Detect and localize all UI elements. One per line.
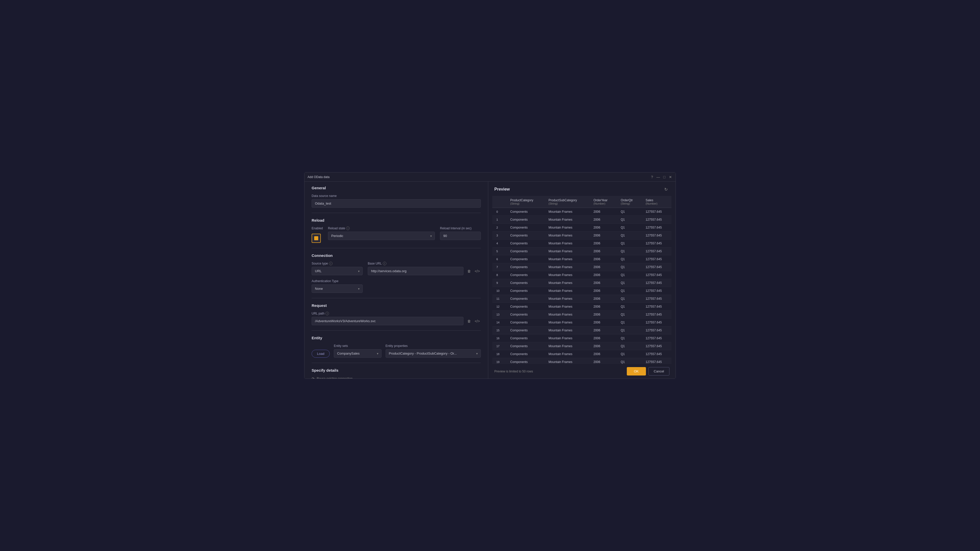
entity-section-title: Entity: [312, 336, 481, 340]
cell-product-category: Components: [506, 342, 544, 350]
cancel-button[interactable]: Cancel: [649, 367, 670, 375]
ok-button[interactable]: OK: [627, 367, 646, 375]
cell-product-sub-category: Mountain Frames: [544, 256, 589, 263]
cell-order-qtr: Q1: [617, 256, 641, 263]
row-index: 17: [492, 342, 506, 350]
table-row: 16 Components Mountain Frames 2006 Q1 12…: [492, 334, 671, 342]
restore-button[interactable]: □: [662, 175, 667, 179]
divider-2: [312, 248, 481, 248]
col-name-order-qtr: OrderQtr: [620, 198, 637, 202]
url-path-code-icon[interactable]: </>: [474, 318, 481, 325]
cell-order-year: 2006: [589, 232, 617, 240]
cell-order-year: 2006: [589, 342, 617, 350]
close-button[interactable]: ✕: [668, 175, 673, 179]
cell-product-category: Components: [506, 295, 544, 303]
url-path-input-wrapper: 🗑 </>: [312, 317, 481, 325]
entity-sets-select[interactable]: CompanySales: [334, 349, 382, 358]
cell-order-qtr: Q1: [617, 342, 641, 350]
cell-sales: 127557.645: [641, 287, 671, 295]
request-section-title: Request: [312, 303, 481, 308]
cell-sales: 127557.645: [641, 303, 671, 311]
base-url-input[interactable]: [368, 267, 463, 275]
cell-order-qtr: Q1: [617, 334, 641, 342]
row-index: 19: [492, 358, 506, 364]
cell-sales: 127557.645: [641, 248, 671, 256]
row-index: 0: [492, 208, 506, 216]
row-index: 3: [492, 232, 506, 240]
entity-section: Entity Load Entity sets CompanySales ▼ E…: [312, 336, 481, 358]
base-url-code-icon[interactable]: </>: [474, 268, 481, 275]
preview-refresh-icon[interactable]: ↻: [662, 186, 670, 193]
cell-order-year: 2006: [589, 327, 617, 334]
cell-order-year: 2006: [589, 311, 617, 319]
cell-order-qtr: Q1: [617, 208, 641, 216]
source-type-info-icon[interactable]: i: [329, 262, 332, 265]
col-type-sales: (Number): [646, 202, 667, 205]
cell-sales: 127557.645: [641, 342, 671, 350]
cell-product-sub-category: Mountain Frames: [544, 208, 589, 216]
table-row: 3 Components Mountain Frames 2006 Q1 127…: [492, 232, 671, 240]
reload-interval-input[interactable]: [440, 232, 481, 240]
toggle-inner: [314, 236, 318, 240]
cell-order-qtr: Q1: [617, 240, 641, 248]
cell-product-sub-category: Mountain Frames: [544, 248, 589, 256]
cell-product-category: Components: [506, 216, 544, 224]
right-panel: Preview ↻ ProductCategory (String) Produ…: [488, 172, 676, 379]
cell-product-category: Components: [506, 334, 544, 342]
preview-table: ProductCategory (String) ProductSubCateg…: [492, 196, 671, 364]
cell-sales: 127557.645: [641, 327, 671, 334]
reload-state-select[interactable]: Periodic: [328, 232, 435, 240]
help-button[interactable]: ?: [650, 175, 654, 179]
col-type-order-qtr: (String): [620, 202, 637, 205]
cell-order-year: 2006: [589, 303, 617, 311]
dialog-title: Add OData data: [307, 175, 329, 179]
cell-order-qtr: Q1: [617, 224, 641, 232]
row-index: 2: [492, 224, 506, 232]
cell-product-category: Components: [506, 271, 544, 279]
reload-state-info-icon[interactable]: i: [346, 227, 350, 230]
cell-product-sub-category: Mountain Frames: [544, 303, 589, 311]
data-source-name-input[interactable]: [312, 199, 481, 208]
cell-product-sub-category: Mountain Frames: [544, 342, 589, 350]
base-url-delete-icon[interactable]: 🗑: [466, 268, 473, 275]
reuse-connection-icon: ⟳: [312, 376, 315, 379]
url-path-actions: 🗑 </>: [466, 318, 481, 325]
row-index: 14: [492, 319, 506, 327]
enabled-toggle[interactable]: [312, 233, 321, 243]
col-type-product-sub-category: (String): [549, 202, 585, 205]
source-type-select[interactable]: URL: [312, 267, 363, 275]
preview-limit-text: Preview is limited to 50 rows: [494, 370, 533, 373]
reload-enabled-col: Enabled: [312, 227, 323, 243]
table-row: 7 Components Mountain Frames 2006 Q1 127…: [492, 263, 671, 271]
url-path-input[interactable]: [312, 317, 463, 325]
preview-table-header-row: ProductCategory (String) ProductSubCateg…: [492, 196, 671, 208]
reuse-connection-row[interactable]: ⟳ Reuse existing connection: [312, 376, 481, 379]
cell-sales: 127557.645: [641, 334, 671, 342]
table-row: 9 Components Mountain Frames 2006 Q1 127…: [492, 279, 671, 287]
reuse-connection-label: Reuse existing connection: [317, 377, 352, 379]
specify-details-title: Specify details: [312, 368, 481, 372]
cell-product-category: Components: [506, 350, 544, 358]
entity-sets-col: Entity sets CompanySales ▼: [334, 344, 382, 358]
row-index: 15: [492, 327, 506, 334]
cell-product-sub-category: Mountain Frames: [544, 358, 589, 364]
url-path-delete-icon[interactable]: 🗑: [466, 318, 473, 325]
cell-product-category: Components: [506, 319, 544, 327]
entity-props-select[interactable]: ProductCategory - ProductSubCategory - O…: [386, 349, 481, 358]
cell-product-category: Components: [506, 232, 544, 240]
auth-type-select[interactable]: None: [312, 284, 363, 293]
minimize-button[interactable]: —: [656, 175, 660, 179]
auth-type-select-wrapper: None ▼: [312, 284, 363, 293]
row-index: 1: [492, 216, 506, 224]
col-header-product-category: ProductCategory (String): [506, 196, 544, 208]
url-path-info-icon[interactable]: i: [325, 312, 329, 315]
auth-type-row: Authentication Type None ▼: [312, 279, 481, 293]
cell-product-sub-category: Mountain Frames: [544, 224, 589, 232]
table-row: 12 Components Mountain Frames 2006 Q1 12…: [492, 303, 671, 311]
cell-product-sub-category: Mountain Frames: [544, 311, 589, 319]
load-button[interactable]: Load: [312, 350, 330, 358]
cell-product-sub-category: Mountain Frames: [544, 295, 589, 303]
cell-order-qtr: Q1: [617, 358, 641, 364]
entity-props-select-wrapper: ProductCategory - ProductSubCategory - O…: [386, 349, 481, 358]
base-url-info-icon[interactable]: i: [383, 262, 387, 265]
